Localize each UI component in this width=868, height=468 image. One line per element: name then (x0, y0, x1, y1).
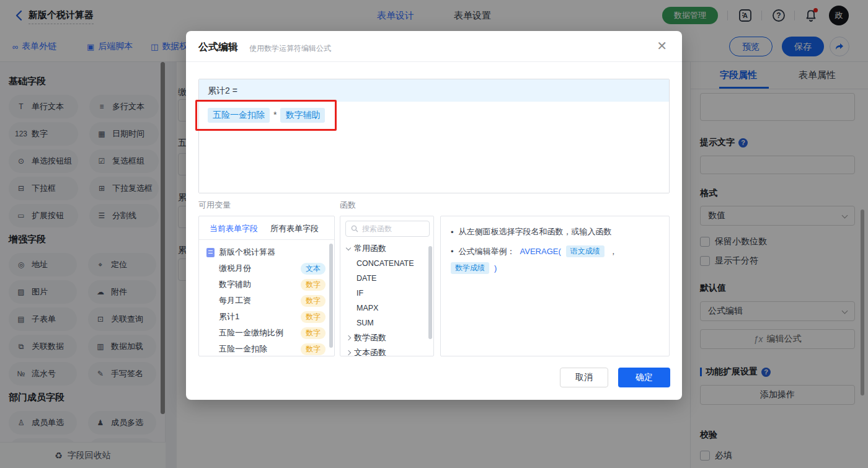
cancel-button[interactable]: 取消 (560, 368, 608, 387)
modal-title: 公式编辑 (198, 41, 238, 54)
modal-subtitle: 使用数学运算符编辑公式 (249, 43, 331, 54)
variable-row[interactable]: 缴税月份文本 (199, 260, 334, 276)
hint-panel: • 从左侧面板选择字段名和函数，或输入函数 • 公式编辑举例： AVERAGE(… (440, 216, 670, 356)
caret-down-icon (346, 245, 351, 250)
hint-example-comma: ， (609, 246, 618, 257)
formula-field-chip[interactable]: 数字辅助 (280, 108, 325, 123)
function-item[interactable]: SUM (340, 316, 433, 330)
variable-type-badge: 数字 (301, 343, 326, 355)
bullet-icon: • (451, 247, 454, 256)
functions-label: 函数 (340, 200, 356, 211)
form-root-label: 新版个税计算器 (219, 247, 275, 258)
formula-input-area[interactable]: 五险一金扣除*数字辅助 (199, 102, 669, 193)
hint-example-prefix: 公式编辑举例： (459, 246, 515, 257)
variable-name: 五险一金缴纳比例 (219, 327, 301, 338)
function-search-box[interactable] (345, 221, 430, 237)
hint-example-function: AVERAGE( (520, 247, 561, 256)
function-group-collapsed[interactable]: 文本函数 (340, 345, 433, 356)
form-tree-root[interactable]: 新版个税计算器 (199, 244, 334, 260)
close-icon[interactable]: ✕ (657, 40, 667, 52)
variable-name: 累计1 (219, 311, 301, 322)
formula-target: 累计2 = (199, 79, 669, 102)
variables-list: 缴税月份文本数字辅助数字每月工资数字累计1数字五险一金缴纳比例数字五险一金扣除数… (199, 260, 334, 356)
function-group-collapsed[interactable]: 数学函数 (340, 330, 433, 345)
variable-name: 缴税月份 (219, 263, 301, 274)
formula-editor-modal: 公式编辑 使用数学运算符编辑公式 ✕ 累计2 = 五险一金扣除*数字辅助 可用变… (186, 31, 682, 400)
function-group-expanded[interactable]: 常用函数 (340, 241, 433, 256)
variable-type-badge: 数字 (301, 279, 326, 291)
variable-type-badge: 数字 (301, 311, 326, 323)
variable-row[interactable]: 每月工资数字 (199, 293, 334, 309)
function-search-input[interactable] (362, 224, 418, 233)
variable-name: 数字辅助 (219, 279, 301, 290)
function-item[interactable]: DATE (340, 271, 433, 286)
app-root: 新版个税计算器 表单设计 表单设置 数据管理 A ? 政 ∞表单外链 ▣后端脚本… (0, 0, 868, 468)
confirm-button[interactable]: 确定 (618, 368, 670, 387)
function-group-label: 数学函数 (354, 332, 386, 343)
variable-type-badge: 文本 (301, 263, 326, 275)
functions-panel: 常用函数CONCATENATEDATEIFMAPXSUM数学函数文本函数 (340, 216, 434, 356)
hint-line-2: • 公式编辑举例： AVERAGE( 语文成绩 ， 数学成绩 ) (451, 245, 659, 274)
hint-example-chip: 数学成绩 (451, 262, 489, 274)
form-doc-icon (206, 248, 215, 257)
variables-tabs: 当前表单字段 所有表单字段 (199, 216, 334, 240)
formula-editor: 累计2 = 五险一金扣除*数字辅助 (198, 79, 670, 193)
function-item[interactable]: IF (340, 286, 433, 301)
tab-current-form-fields[interactable]: 当前表单字段 (210, 223, 258, 234)
variable-type-badge: 数字 (301, 327, 326, 339)
formula-operator: * (273, 110, 277, 120)
hint-text: 从左侧面板选择字段名和函数，或输入函数 (459, 226, 612, 237)
function-group-label: 常用函数 (354, 243, 386, 254)
hint-line-1: • 从左侧面板选择字段名和函数，或输入函数 (451, 226, 659, 237)
formula-field-chip[interactable]: 五险一金扣除 (208, 108, 270, 123)
function-group-label: 文本函数 (354, 347, 386, 356)
functions-list: 常用函数CONCATENATEDATEIFMAPXSUM数学函数文本函数 (340, 241, 433, 356)
modal-footer: 取消 确定 (560, 368, 670, 387)
variable-row[interactable]: 累计1数字 (199, 309, 334, 325)
caret-right-icon (346, 350, 351, 355)
variable-name: 五险一金扣除 (219, 343, 301, 355)
variable-name: 每月工资 (219, 295, 301, 306)
tab-all-form-fields[interactable]: 所有表单字段 (270, 223, 319, 234)
variable-type-badge: 数字 (301, 295, 326, 307)
hint-example-close-paren: ) (494, 263, 497, 273)
variables-label: 可用变量 (198, 200, 231, 211)
bullet-icon: • (451, 227, 454, 237)
caret-right-icon (346, 335, 351, 340)
functions-scrollbar[interactable] (428, 246, 432, 339)
search-icon (351, 225, 358, 232)
function-item[interactable]: MAPX (340, 301, 433, 316)
variables-panel: 当前表单字段 所有表单字段 新版个税计算器 缴税月份文本数字辅助数字每月工资数字… (198, 216, 335, 356)
hint-example-chip: 语文成绩 (566, 245, 604, 257)
variables-scrollbar[interactable] (329, 244, 333, 348)
modal-header: 公式编辑 使用数学运算符编辑公式 ✕ (186, 31, 682, 62)
variable-row[interactable]: 五险一金扣除数字 (199, 341, 334, 356)
variable-row[interactable]: 数字辅助数字 (199, 276, 334, 293)
variable-row[interactable]: 五险一金缴纳比例数字 (199, 325, 334, 341)
function-item[interactable]: CONCATENATE (340, 256, 433, 271)
